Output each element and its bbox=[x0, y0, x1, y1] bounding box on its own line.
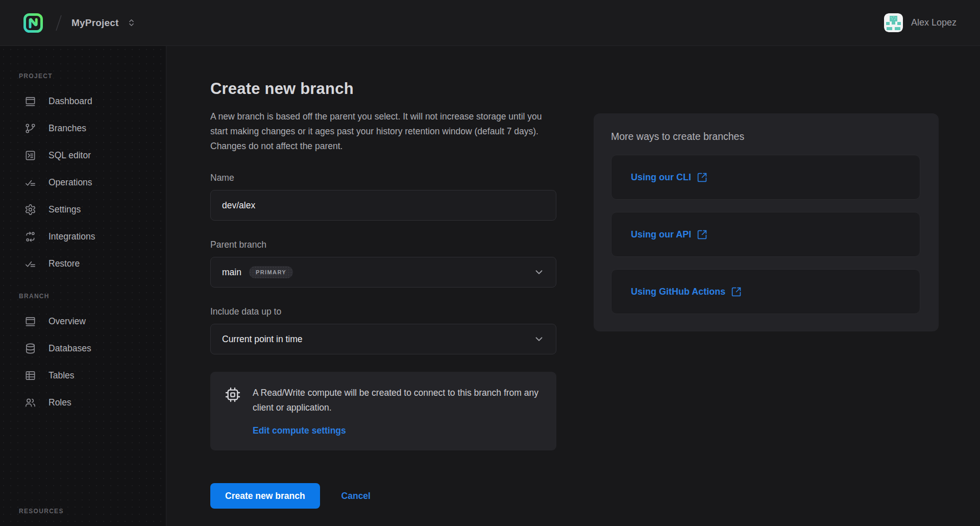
compute-note-card: A Read/Write compute will be created to … bbox=[210, 372, 556, 450]
project-selector[interactable]: MyProject bbox=[71, 17, 136, 29]
external-link-icon bbox=[697, 229, 707, 240]
sidebar-item-label: Roles bbox=[48, 397, 71, 408]
github-actions-card[interactable]: Using GitHub Actions bbox=[611, 269, 920, 314]
name-label: Name bbox=[210, 173, 556, 183]
sidebar-item-label: Overview bbox=[48, 316, 86, 327]
operations-icon bbox=[24, 177, 36, 188]
user-menu[interactable]: Alex Lopez bbox=[884, 13, 957, 32]
sidebar-item-integrations[interactable]: Integrations bbox=[0, 223, 166, 250]
create-new-branch-button[interactable]: Create new branch bbox=[210, 483, 320, 509]
parent-branch-value: main bbox=[222, 267, 241, 278]
sidebar-item-label: Integrations bbox=[48, 231, 95, 242]
sidebar-item-databases[interactable]: Databases bbox=[0, 335, 166, 362]
edit-compute-settings-link[interactable]: Edit compute settings bbox=[253, 425, 346, 436]
sidebar-item-label: Branches bbox=[48, 123, 86, 134]
overview-icon bbox=[24, 316, 36, 327]
using-cli-label: Using our CLI bbox=[631, 172, 691, 183]
database-icon bbox=[24, 343, 36, 354]
users-icon bbox=[24, 397, 36, 409]
gear-icon bbox=[24, 204, 36, 216]
chevron-down-icon bbox=[533, 267, 545, 278]
sidebar-item-label: SQL editor bbox=[48, 150, 91, 161]
sidebar-item-label: Tables bbox=[48, 370, 75, 381]
primary-badge: PRIMARY bbox=[249, 266, 293, 278]
chevrons-up-down-icon bbox=[127, 18, 136, 27]
sidebar-item-settings[interactable]: Settings bbox=[0, 196, 166, 223]
using-cli-link[interactable]: Using our CLI bbox=[631, 172, 707, 183]
cancel-link[interactable]: Cancel bbox=[341, 491, 371, 501]
sidebar-section-resources: RESOURCES bbox=[0, 508, 166, 515]
sidebar-item-label: Restore bbox=[48, 258, 80, 269]
integrations-icon bbox=[24, 231, 36, 243]
form-actions: Create new branch Cancel bbox=[210, 483, 556, 509]
using-api-link[interactable]: Using our API bbox=[631, 229, 707, 240]
sidebar-item-label: Settings bbox=[48, 204, 81, 215]
page-title: Create new branch bbox=[210, 80, 556, 98]
sidebar-item-branches[interactable]: Branches bbox=[0, 115, 166, 142]
parent-branch-label: Parent branch bbox=[210, 240, 556, 250]
sidebar-item-dashboard[interactable]: Dashboard bbox=[0, 88, 166, 115]
include-data-label: Include data up to bbox=[210, 306, 556, 317]
sidebar-item-restore[interactable]: Restore bbox=[0, 250, 166, 277]
sidebar: PROJECT Dashboard Branches SQL editor Op… bbox=[0, 46, 166, 526]
sidebar-item-roles[interactable]: Roles bbox=[0, 389, 166, 416]
using-github-actions-label: Using GitHub Actions bbox=[631, 286, 725, 297]
sidebar-section-project: PROJECT bbox=[0, 73, 166, 80]
sidebar-item-label: Databases bbox=[48, 343, 91, 354]
sidebar-item-label: Operations bbox=[48, 177, 92, 188]
chevron-down-icon bbox=[533, 333, 545, 345]
avatar bbox=[884, 13, 903, 32]
dashboard-icon bbox=[24, 95, 36, 107]
parent-branch-select[interactable]: main PRIMARY bbox=[210, 257, 556, 288]
sidebar-item-label: Dashboard bbox=[48, 96, 92, 107]
topbar: MyProject Alex Lopez bbox=[0, 0, 980, 46]
page-description: A new branch is based off the parent you… bbox=[210, 109, 548, 154]
sql-editor-icon bbox=[24, 150, 36, 161]
more-ways-panel: More ways to create branches Using our C… bbox=[594, 113, 939, 331]
include-data-value: Current point in time bbox=[222, 334, 303, 345]
more-ways-title: More ways to create branches bbox=[611, 131, 920, 142]
external-link-icon bbox=[697, 172, 707, 183]
include-data-select[interactable]: Current point in time bbox=[210, 324, 556, 354]
project-name: MyProject bbox=[71, 17, 119, 29]
git-branch-icon bbox=[24, 123, 36, 134]
using-api-label: Using our API bbox=[631, 229, 691, 240]
restore-icon bbox=[24, 258, 36, 270]
using-github-actions-link[interactable]: Using GitHub Actions bbox=[631, 286, 742, 297]
cli-card[interactable]: Using our CLI bbox=[611, 155, 920, 200]
branch-name-input[interactable] bbox=[210, 190, 556, 221]
table-icon bbox=[24, 370, 36, 381]
cpu-chip-icon bbox=[225, 387, 241, 403]
external-link-icon bbox=[731, 286, 742, 297]
sidebar-item-sql-editor[interactable]: SQL editor bbox=[0, 142, 166, 169]
breadcrumb-divider bbox=[55, 14, 62, 32]
neon-logo-icon[interactable] bbox=[22, 12, 44, 34]
sidebar-item-operations[interactable]: Operations bbox=[0, 169, 166, 196]
main-content: Create new branch A new branch is based … bbox=[166, 46, 980, 526]
api-card[interactable]: Using our API bbox=[611, 212, 920, 257]
compute-note-text: A Read/Write compute will be created to … bbox=[253, 386, 541, 415]
sidebar-section-branch: BRANCH bbox=[0, 293, 166, 300]
sidebar-item-overview[interactable]: Overview bbox=[0, 308, 166, 335]
create-branch-form: Create new branch A new branch is based … bbox=[210, 80, 556, 509]
user-name: Alex Lopez bbox=[911, 17, 957, 28]
sidebar-item-tables[interactable]: Tables bbox=[0, 362, 166, 389]
